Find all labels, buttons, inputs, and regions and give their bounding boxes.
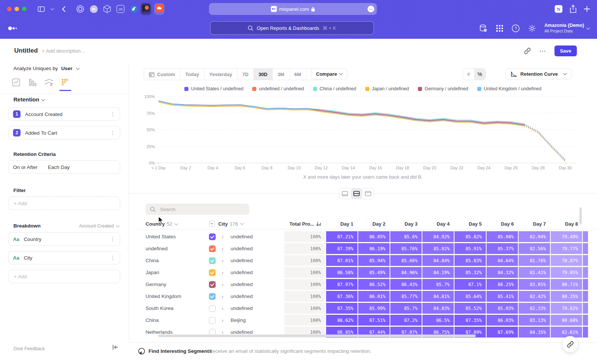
bird-tab-icon[interactable] [129,4,139,14]
series-checkbox[interactable] [209,257,216,264]
expand-row-icon[interactable]: › [222,281,231,288]
table-only-view-icon[interactable] [362,188,374,199]
expand-row-icon[interactable]: › [222,269,231,276]
report-title[interactable]: Untitled [14,47,38,54]
series-checkbox[interactable] [209,293,216,300]
table-row[interactable]: Japan›undefined100%86.58%85.49%84.96%84.… [138,267,588,278]
legend-item[interactable]: United States / undefined [184,86,243,91]
table-row[interactable]: China›undefined100%87.01%85.94%85.66%84.… [138,255,588,266]
breakdown-card-city[interactable]: Aa City ⋮ [8,251,120,264]
table-search-input[interactable] [159,206,235,213]
add-description[interactable]: + Add description... [42,48,85,54]
table-row[interactable]: South Korea›undefined100%87.35%85.99%85.… [138,303,588,314]
chart-only-view-icon[interactable] [339,188,351,199]
table-search[interactable] [146,204,249,215]
breakdown-event-dropdown[interactable]: Account Created [79,223,119,229]
expand-row-icon[interactable]: › [222,317,231,323]
address-more-icon[interactable]: ⋯ [368,6,374,12]
series-checkbox[interactable] [209,317,216,324]
expand-row-icon[interactable]: › [222,305,231,311]
browser-sidebar-icon[interactable] [36,4,46,14]
add-breakdown-button[interactable]: + Add [8,270,120,283]
kebab-menu-icon[interactable]: ⋮ [110,130,115,136]
country-column-header[interactable]: Country52 [138,221,209,227]
legend-item[interactable]: undefined / undefined [252,86,304,91]
global-search[interactable]: Open Reports & Dashboards ⌘ + K [210,21,374,35]
table-row[interactable]: United States›undefined100%87.21%86.05%8… [138,231,588,242]
expand-row-icon[interactable]: › [222,245,231,252]
series-checkbox[interactable] [209,233,216,240]
range-today[interactable]: Today [180,69,204,80]
mixpanel-tab-icon[interactable]: m [89,4,99,14]
settings-gear-icon[interactable] [528,24,536,32]
legend-item[interactable]: Japan / undefined [365,86,409,91]
table-row[interactable]: undefined›undefined100%87.39%86.19%85.76… [138,243,588,254]
tab-insights[interactable] [11,78,21,87]
patreon-tab-highlight[interactable] [141,3,151,15]
share-link-floating-button[interactable] [562,336,578,352]
step-card-1[interactable]: 1 Account Created ⋮ [8,107,120,121]
minimize-window-button[interactable] [15,7,19,11]
legend-item[interactable]: China / undefined [313,86,356,91]
project-switcher[interactable]: Amazonia {Demo} All Project Data [544,23,590,34]
series-checkbox[interactable] [209,269,216,276]
range-30d[interactable]: 30D [254,69,273,80]
kebab-menu-icon[interactable]: ⋮ [110,255,115,261]
expand-row-icon[interactable]: › [222,293,231,299]
series-checkbox[interactable] [209,281,216,288]
kebab-menu-icon[interactable]: ⋮ [110,236,115,242]
vertical-scrollbar[interactable] [579,207,582,225]
data-management-icon[interactable] [479,24,488,33]
javascript-tab-icon[interactable]: JS [116,4,125,14]
help-icon[interactable]: ? [512,24,520,32]
close-window-button[interactable] [7,7,12,11]
zoom-window-button[interactable] [22,7,26,11]
tab-flows[interactable] [44,78,54,87]
onepassword-tab-icon[interactable] [75,4,85,14]
select-all-checkbox[interactable] [209,221,215,227]
copy-link-icon[interactable] [524,47,531,54]
codesandbox-tab-icon[interactable] [102,4,112,14]
range-7d[interactable]: 7D [237,69,254,80]
criteria-window[interactable]: Each Day [48,164,70,170]
step-card-2[interactable]: 2 Added To Cart ⋮ [8,126,120,139]
more-actions-button[interactable]: ⋯ [539,47,546,55]
analyze-entity-dropdown[interactable]: User [61,66,72,71]
retention-section-header[interactable]: Retention [13,96,44,103]
give-feedback-link[interactable]: Give Feedback [13,346,45,351]
breakdown-card-country[interactable]: Aa Country ⋮ [8,232,120,246]
series-checkbox[interactable] [209,245,216,252]
chart-type-dropdown[interactable]: Retention Curve [506,68,572,79]
legend-item[interactable]: United Kingdom / undefined [477,86,541,91]
save-button[interactable]: Save [554,46,577,56]
compare-button[interactable]: Compare [311,68,347,79]
chevron-down-icon[interactable] [50,4,55,14]
tab-retention[interactable] [60,78,70,87]
find-segments-link[interactable]: Find Interesting Segments [149,348,212,354]
kebab-menu-icon[interactable]: ⋮ [110,111,115,117]
count-toggle[interactable]: # [463,69,474,80]
criteria-card[interactable]: On or After Each Day [8,160,120,174]
share-icon[interactable] [569,4,577,13]
notion-icon[interactable]: N [554,5,563,13]
horizontal-scrollbar[interactable] [158,335,476,337]
legend-item[interactable]: Germany / undefined [418,86,468,91]
expand-row-icon[interactable]: › [222,257,231,264]
add-filter-button[interactable]: + Add [8,197,120,210]
expand-row-icon[interactable]: › [222,233,231,240]
range-yesterday[interactable]: Yesterday [204,69,237,80]
range-3m[interactable]: 3M [273,69,290,80]
series-checkbox[interactable] [209,305,216,312]
apps-grid-icon[interactable] [496,25,503,32]
soundcloud-tab-highlight[interactable] [154,3,165,15]
table-row[interactable]: Germany›undefined100%87.97%86.52%86.43%8… [138,279,588,290]
table-row[interactable]: United Kingdom›undefined100%87.36%86.01%… [138,291,588,302]
split-view-icon[interactable] [351,188,362,199]
city-column-header[interactable]: City176 [209,221,280,227]
mixpanel-logo[interactable] [8,26,18,31]
range-6m[interactable]: 6M [290,69,306,80]
table-row[interactable]: China›Beijing100%88.62%87.51%87.2%86.5%8… [138,315,588,326]
criteria-mode[interactable]: On or After [13,164,37,170]
range-custom[interactable]: Custom [144,69,180,80]
address-bar[interactable]: mixpanel.com ⋯ [209,3,377,15]
